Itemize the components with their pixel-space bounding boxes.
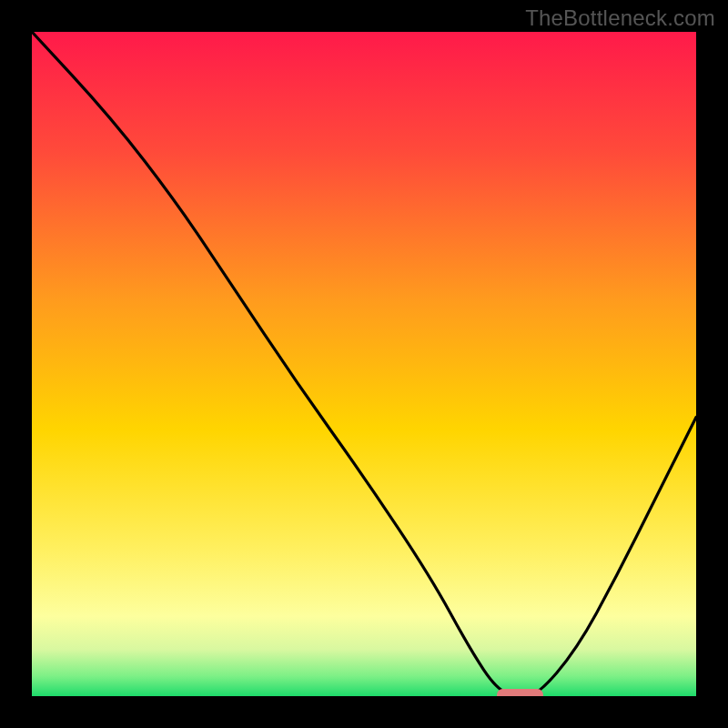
optimal-marker xyxy=(497,689,543,696)
plot-area xyxy=(32,32,696,696)
bottleneck-curve xyxy=(32,32,696,696)
watermark-text: TheBottleneck.com xyxy=(525,5,715,31)
